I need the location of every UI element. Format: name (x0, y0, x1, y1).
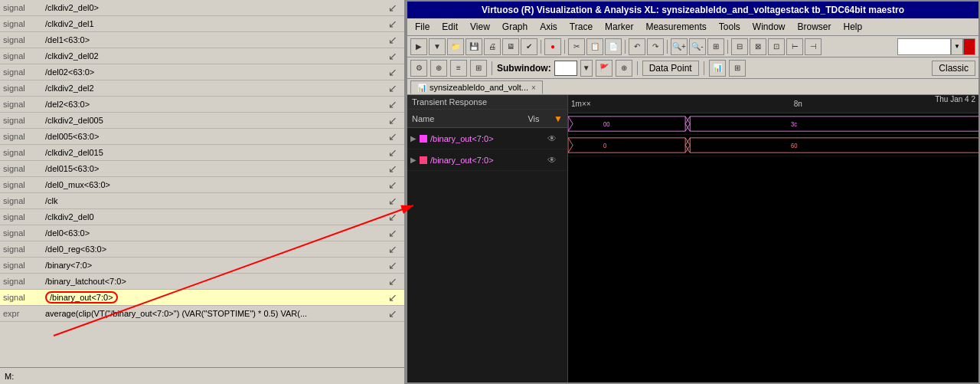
tb2-sub-dropdown[interactable]: ▼ (580, 60, 593, 77)
row-name: /del1<63:0> (42, 32, 381, 48)
row-name: /del02<63:0> (42, 64, 381, 80)
tab-close-btn[interactable]: × (531, 84, 536, 92)
eye-icon-1[interactable]: 👁 (547, 133, 557, 144)
table-row[interactable]: signal/clkdiv2_del1↙ (0, 16, 404, 32)
table-row[interactable]: signal/del015<63:0>↙ (0, 161, 404, 177)
table-row[interactable]: signal/del005<63:0>↙ (0, 129, 404, 145)
menu-file[interactable]: File (410, 20, 434, 34)
menu-browser[interactable]: Browser (793, 20, 836, 34)
table-row[interactable]: signal/binary_latchout<7:0>↙ (0, 274, 404, 290)
waveform-signal-row-1[interactable]: ▶ /binary_out<7:0> 👁 (407, 128, 567, 149)
tb-zoom-out[interactable]: 🔍- (689, 38, 706, 55)
separator-7 (637, 61, 638, 75)
tb-btn-13[interactable]: ⊠ (750, 38, 766, 55)
separator-1 (541, 40, 541, 54)
waveform-signal-row-2[interactable]: ▶ /binary_out<7:0> 👁 (407, 149, 567, 171)
table-row[interactable]: signal/clkdiv2_del0↙ (0, 209, 404, 225)
tb-red-btn[interactable] (963, 38, 975, 55)
table-row[interactable]: signal/clkdiv2_del015↙ (0, 145, 404, 161)
table-row[interactable]: signal/del0_mux<63:0>↙ (0, 177, 404, 193)
menu-marker[interactable]: Marker (600, 20, 638, 34)
table-row[interactable]: signal/clkdiv2_del0>↙ (0, 0, 404, 16)
table-row[interactable]: signal/del1<63:0>↙ (0, 32, 404, 48)
tb-btn-9[interactable]: ✂ (568, 38, 585, 55)
tb-btn-11[interactable]: 📄 (605, 38, 622, 55)
menu-tools[interactable]: Tools (714, 20, 745, 34)
row-type: signal (0, 258, 42, 274)
tb-btn-1[interactable]: ▶ (410, 38, 427, 55)
family-dropdown-btn[interactable]: ▼ (951, 38, 963, 55)
tb-undo[interactable]: ↶ (629, 38, 645, 55)
menu-edit[interactable]: Edit (437, 20, 462, 34)
tb-btn-15[interactable]: ⊢ (786, 38, 803, 55)
tb-btn-2[interactable]: ▼ (429, 38, 446, 55)
time-header: 1m×× 8n (568, 95, 978, 113)
menu-view[interactable]: View (466, 20, 495, 34)
row-type: expr (0, 306, 42, 322)
waveform-tab[interactable]: 📊 synsizeableldo_and_volt... × (410, 80, 543, 94)
signal-table: signal/clkdiv2_del0>↙signal/clkdiv2_del1… (0, 0, 404, 322)
table-row[interactable]: signal/clk↙ (0, 193, 404, 209)
row-arrow-icon: ↙ (381, 32, 404, 48)
table-row[interactable]: signal/del0_reg<63:0>↙ (0, 241, 404, 258)
tb-zoom-in[interactable]: 🔍+ (671, 38, 688, 55)
tb2-btn-7[interactable]: 📊 (709, 60, 726, 77)
table-row[interactable]: signal/binary<7:0>↙ (0, 258, 404, 274)
row-name: /clk (42, 193, 381, 209)
menu-trace[interactable]: Trace (565, 20, 597, 34)
eye-icon-2[interactable]: 👁 (547, 155, 557, 166)
row-name: /clkdiv2_del1 (42, 16, 381, 32)
row-arrow-icon: ↙ (381, 177, 404, 193)
separator-5 (727, 40, 728, 54)
tb2-btn-6[interactable]: ⊕ (616, 60, 632, 77)
tb2-btn-5[interactable]: 🚩 (596, 60, 612, 77)
tb-btn-7[interactable]: ✔ (521, 38, 537, 55)
title-bar: Virtuoso (R) Visualization & Analysis XL… (407, 2, 978, 18)
tb2-btn-8[interactable]: ⊞ (729, 60, 746, 77)
table-row[interactable]: expraverage(clip(VT("/binary_out<7:0>") … (0, 306, 404, 322)
tb2-btn-4[interactable]: ⊞ (470, 60, 487, 77)
row-name: /clkdiv2_del0> (42, 0, 381, 16)
expand-icon-2[interactable]: ▶ (410, 156, 416, 164)
tb-redo[interactable]: ↷ (647, 38, 664, 55)
signal-label-1: /binary_out<7:0> (430, 134, 494, 143)
col-filter-btn[interactable]: ▼ (549, 113, 567, 124)
table-row[interactable]: signal/binary_out<7:0>↙ (0, 290, 404, 306)
table-row[interactable]: signal/del02<63:0>↙ (0, 64, 404, 80)
row-name: /del2<63:0> (42, 97, 381, 113)
menu-measurements[interactable]: Measurements (641, 20, 710, 34)
svg-marker-16 (685, 138, 690, 153)
table-row[interactable]: signal/del0<63:0>↙ (0, 225, 404, 241)
expand-icon-1[interactable]: ▶ (410, 134, 416, 143)
tb-btn-12[interactable]: ⊟ (731, 38, 748, 55)
tb-zoom-fit[interactable]: ⊞ (707, 38, 724, 55)
tb-btn-6[interactable]: 🖥 (502, 38, 519, 55)
row-arrow-icon: ↙ (381, 113, 404, 129)
row-type: signal (0, 0, 42, 16)
tb-btn-4[interactable]: 💾 (466, 38, 482, 55)
tb-btn-14[interactable]: ⊡ (768, 38, 785, 55)
row-type: signal (0, 97, 42, 113)
row-name: average(clip(VT("/binary_out<7:0>") (VAR… (42, 306, 381, 322)
menu-window[interactable]: Window (748, 20, 790, 34)
family-input[interactable]: family (897, 38, 951, 55)
row-arrow-icon: ↙ (381, 193, 404, 209)
tb2-btn-3[interactable]: ≡ (450, 60, 467, 77)
table-row[interactable]: signal/clkdiv2_del2↙ (0, 80, 404, 97)
row-arrow-icon: ↙ (381, 80, 404, 97)
tb2-btn-2[interactable]: ⊕ (430, 60, 447, 77)
table-row[interactable]: signal/del2<63:0>↙ (0, 97, 404, 113)
tb-btn-5[interactable]: 🖨 (484, 38, 501, 55)
tb-btn-16[interactable]: ⊣ (805, 38, 822, 55)
tb-btn-3[interactable]: 📁 (447, 38, 464, 55)
tb-btn-10[interactable]: 📋 (586, 38, 603, 55)
menu-axis[interactable]: Axis (535, 20, 562, 34)
svg-marker-0 (568, 117, 573, 131)
tb-btn-8[interactable]: ● (544, 38, 561, 55)
menu-help[interactable]: Help (839, 20, 867, 34)
subwindow-input[interactable]: 1 (554, 61, 577, 76)
table-row[interactable]: signal/clkdiv2_del005↙ (0, 113, 404, 129)
menu-graph[interactable]: Graph (498, 20, 532, 34)
table-row[interactable]: signal/clkdiv2_del02↙ (0, 48, 404, 64)
tb2-btn-1[interactable]: ⚙ (410, 60, 427, 77)
